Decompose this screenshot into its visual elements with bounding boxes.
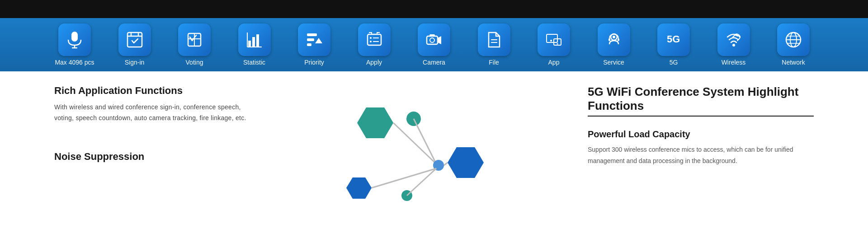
apply-icon — [365, 31, 383, 49]
svg-rect-0 — [71, 32, 78, 42]
toolbar-item-voting[interactable]: Voting — [174, 23, 215, 66]
toolbar-item-5g[interactable]: 5G 5G — [653, 23, 694, 66]
camera-label: Camera — [423, 59, 445, 66]
svg-rect-19 — [368, 34, 381, 45]
right-section: 5G WiFi Conference System Highlight Func… — [570, 85, 814, 220]
toolbar-item-priority[interactable]: Priority — [294, 23, 335, 66]
svg-rect-36 — [609, 38, 610, 41]
wireless-label: Wireless — [722, 59, 746, 66]
apply-label: Apply — [366, 59, 382, 66]
app-icon — [545, 31, 563, 49]
svg-point-20 — [370, 37, 372, 39]
max4096-label: Max 4096 pcs — [55, 59, 94, 66]
svg-point-25 — [430, 38, 434, 42]
svg-point-39 — [732, 44, 735, 47]
toolbar-item-statistic[interactable]: Statistic — [234, 23, 275, 66]
service-label: Service — [603, 59, 624, 66]
svg-line-47 — [393, 123, 436, 164]
priority-icon — [305, 31, 323, 49]
svg-rect-24 — [427, 36, 438, 44]
svg-marker-45 — [357, 107, 393, 138]
diagram-svg — [330, 94, 502, 220]
rich-app-text: With wireless and wired conference sign-… — [54, 102, 262, 124]
toolbar-item-file[interactable]: File — [474, 23, 514, 66]
signin-icon — [126, 31, 144, 49]
file-icon — [485, 31, 503, 49]
icon-toolbar: Max 4096 pcs Sign-in Voting — [0, 18, 868, 71]
toolbar-item-service[interactable]: Service — [594, 23, 634, 66]
5g-icon: 5G — [665, 31, 683, 49]
max4096-icon-box — [58, 23, 91, 56]
wireless-icon — [725, 31, 743, 49]
svg-point-32 — [557, 43, 558, 45]
5g-label: 5G — [670, 59, 678, 66]
toolbar-item-wireless[interactable]: Wireless — [713, 23, 754, 66]
camera-icon-box — [418, 23, 450, 56]
signin-label: Sign-in — [125, 59, 145, 66]
capacity-text: Support 300 wireless conference mics to … — [588, 144, 814, 167]
svg-marker-52 — [346, 177, 372, 199]
mic-icon — [66, 31, 84, 49]
voting-icon — [185, 31, 203, 49]
toolbar-item-signin[interactable]: Sign-in — [114, 23, 155, 66]
camera-icon — [425, 31, 443, 49]
toolbar-item-camera[interactable]: Camera — [414, 23, 454, 66]
voting-label: Voting — [186, 59, 203, 66]
app-label: App — [548, 59, 560, 66]
svg-line-48 — [414, 119, 436, 164]
statistic-icon — [245, 31, 264, 49]
5g-icon-box: 5G — [657, 23, 690, 56]
network-label: Network — [782, 59, 805, 66]
svg-rect-12 — [256, 34, 259, 47]
capacity-title: Powerful Load Capacity — [588, 129, 814, 140]
svg-marker-18 — [315, 38, 322, 43]
priority-icon-box — [298, 23, 330, 56]
middle-diagram — [262, 85, 570, 220]
svg-point-35 — [613, 36, 615, 38]
highlight-title: 5G WiFi Conference System Highlight Func… — [588, 85, 814, 117]
network-icon — [784, 31, 802, 49]
voting-icon-box — [178, 23, 211, 56]
svg-rect-3 — [127, 33, 142, 47]
svg-line-51 — [444, 163, 448, 165]
toolbar-item-network[interactable]: Network — [773, 23, 814, 66]
signin-icon-box — [118, 23, 151, 56]
service-icon — [605, 31, 623, 49]
rich-app-title: Rich Application Functions — [54, 85, 262, 97]
noise-title: Noise Suppression — [54, 151, 262, 163]
top-black-bar — [0, 0, 868, 18]
statistic-icon-box — [238, 23, 271, 56]
svg-point-21 — [370, 41, 372, 42]
svg-point-33 — [550, 40, 552, 42]
svg-rect-11 — [252, 37, 255, 47]
content-area: Rich Application Functions With wireless… — [0, 71, 868, 220]
svg-rect-16 — [307, 38, 314, 41]
svg-rect-27 — [429, 34, 435, 36]
toolbar-item-max4096[interactable]: Max 4096 pcs — [54, 23, 95, 66]
priority-label: Priority — [304, 59, 324, 66]
svg-rect-37 — [618, 38, 619, 41]
svg-rect-10 — [248, 41, 251, 47]
file-icon-box — [478, 23, 510, 56]
statistic-label: Statistic — [243, 59, 265, 66]
file-label: File — [489, 59, 499, 66]
svg-rect-17 — [307, 43, 311, 46]
toolbar-item-app[interactable]: App — [533, 23, 574, 66]
left-section: Rich Application Functions With wireless… — [54, 85, 262, 220]
toolbar-item-apply[interactable]: Apply — [354, 23, 395, 66]
svg-text:5G: 5G — [667, 33, 680, 45]
svg-rect-15 — [307, 33, 317, 36]
app-icon-box — [538, 23, 570, 56]
wireless-icon-box — [717, 23, 750, 56]
svg-marker-50 — [448, 147, 484, 178]
network-icon-box — [777, 23, 810, 56]
apply-icon-box — [358, 23, 391, 56]
service-icon-box — [598, 23, 630, 56]
